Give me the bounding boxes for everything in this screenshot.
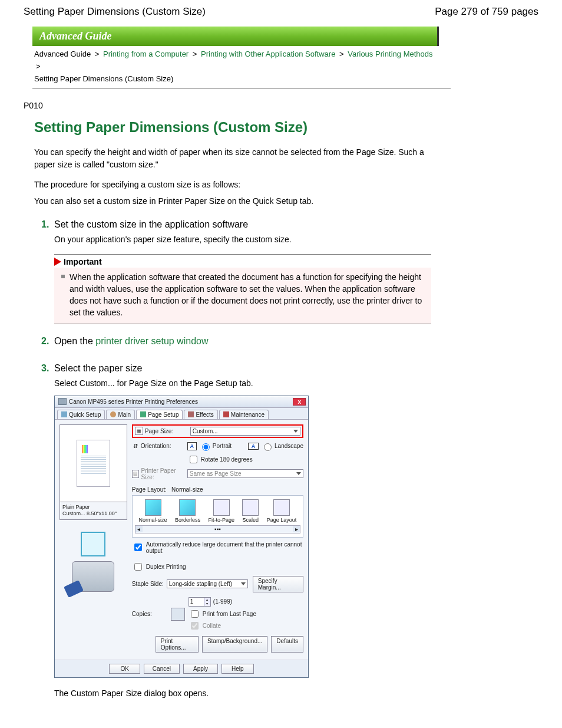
layout-scaled[interactable]: Scaled	[242, 499, 259, 523]
portrait-radio[interactable]: Portrait	[199, 442, 232, 451]
copies-icon	[171, 608, 185, 621]
breadcrumb-sep: >	[339, 50, 344, 58]
page-size-label: Page Size:	[145, 428, 173, 434]
layout-pagelayout[interactable]: Page Layout	[267, 499, 297, 523]
collate-checkbox	[191, 622, 199, 630]
breadcrumb-root: Advanced Guide	[34, 50, 91, 58]
preview-info: Plain Paper Custom... 8.50"x11.00"	[59, 502, 127, 520]
tab-label: Main	[118, 411, 131, 418]
bullet-icon	[61, 275, 65, 278]
page-size-value: Custom...	[193, 428, 218, 434]
breadcrumb-link-1[interactable]: Printing from a Computer	[103, 50, 189, 58]
printer-icon	[58, 398, 67, 405]
step-3-title: Select the paper size	[54, 363, 142, 374]
layout-label: Borderless	[175, 517, 200, 523]
breadcrumb-sep: >	[193, 50, 197, 58]
printer-paper-icon: ▤	[132, 470, 140, 478]
collate-label: Collate	[203, 622, 221, 629]
copies-value: 1	[189, 598, 204, 606]
tab-maintenance[interactable]: Maintenance	[219, 410, 269, 419]
spinner-down-icon[interactable]: ▾	[204, 602, 210, 606]
page-indicator: Page 279 of 759 pages	[435, 6, 538, 18]
scroll-left-icon[interactable]: ◂	[135, 526, 143, 532]
stamp-bg-button[interactable]: Stamp/Background...	[202, 636, 267, 653]
dialog-tabs: Quick Setup Main Page Setup Effects Main…	[55, 408, 308, 420]
close-button[interactable]: x	[293, 398, 306, 406]
landscape-radio[interactable]: Landscape	[261, 442, 303, 451]
landscape-icon: A	[248, 443, 259, 450]
important-heading: Important	[64, 257, 102, 266]
duplex-label: Duplex Printing	[146, 564, 186, 570]
chevron-down-icon	[293, 430, 298, 433]
guide-banner: Advanced Guide	[32, 27, 439, 46]
rotate-checkbox[interactable]	[190, 456, 197, 463]
tab-page-setup[interactable]: Page Setup	[136, 410, 183, 419]
print-options-button[interactable]: Print Options...	[156, 636, 199, 653]
preview-size: Custom... 8.50"x11.00"	[62, 510, 124, 518]
main-title: Setting Paper Dimensions (Custom Size)	[34, 119, 538, 136]
copies-range: (1-999)	[213, 598, 232, 605]
orientation-icon: ⇵	[132, 443, 139, 449]
tab-quick-setup[interactable]: Quick Setup	[57, 410, 105, 419]
layout-label: Scaled	[243, 517, 259, 523]
printer-paper-dropdown[interactable]: Same as Page Size	[187, 469, 303, 478]
dialog-title: Canon MP495 series Printer Printing Pref…	[69, 398, 198, 405]
duplex-checkbox[interactable]	[134, 563, 142, 571]
specify-margin-button[interactable]: Specify Margin...	[253, 576, 303, 592]
page-title-top: Setting Paper Dimensions (Custom Size)	[24, 6, 206, 18]
layout-scrollbar[interactable]: ◂▪▪▪▸	[135, 525, 300, 533]
step-1-number: 1.	[41, 219, 54, 230]
layout-label: Fit-to-Page	[208, 517, 234, 523]
important-text: When the application software that creat…	[70, 271, 428, 319]
effects-icon	[188, 411, 194, 417]
auto-reduce-checkbox[interactable]	[134, 543, 142, 551]
printer-paper-value: Same as Page Size	[190, 470, 242, 477]
defaults-button[interactable]: Defaults	[271, 636, 303, 653]
maintenance-icon	[223, 411, 229, 417]
tab-label: Maintenance	[231, 411, 265, 418]
layout-fit[interactable]: Fit-to-Page	[208, 499, 234, 523]
breadcrumb-sep: >	[36, 62, 41, 71]
step-3-number: 3.	[41, 363, 54, 374]
layout-normal[interactable]: Normal-size	[139, 499, 167, 523]
breadcrumb-link-2[interactable]: Printing with Other Application Software	[201, 50, 335, 58]
help-button[interactable]: Help	[222, 664, 254, 674]
breadcrumb-link-3[interactable]: Various Printing Methods	[348, 50, 432, 58]
code-id: P010	[24, 101, 538, 110]
chevron-down-icon	[241, 582, 246, 585]
cancel-button[interactable]: Cancel	[144, 664, 180, 674]
page-setup-icon	[140, 411, 146, 417]
page-layout-label: Page Layout:	[132, 486, 167, 493]
staple-value: Long-side stapling (Left)	[169, 581, 232, 587]
scroll-right-icon[interactable]: ▸	[293, 526, 300, 532]
tab-main[interactable]: Main	[106, 410, 135, 419]
page-size-dropdown[interactable]: Custom...	[190, 427, 300, 436]
layout-picker: Normal-size Borderless Fit-to-Page Scale…	[132, 495, 303, 538]
step-1-title: Set the custom size in the application s…	[54, 219, 248, 230]
page-layout-value: Normal-size	[171, 486, 203, 493]
rotate-label: Rotate 180 degrees	[201, 456, 253, 463]
print-last-label: Print from Last Page	[203, 611, 256, 617]
important-box: Important When the application software …	[54, 254, 431, 324]
quick-setup-icon	[61, 411, 67, 417]
print-last-checkbox[interactable]	[191, 610, 199, 618]
apply-button[interactable]: Apply	[183, 664, 218, 674]
page-size-highlight: ▦Page Size: Custom...	[132, 424, 303, 438]
step-2-number: 2.	[41, 336, 54, 347]
auto-reduce-label: Automatically reduce large document that…	[146, 541, 303, 554]
divider	[32, 88, 451, 89]
ok-button[interactable]: OK	[109, 664, 140, 674]
tab-effects[interactable]: Effects	[184, 410, 217, 419]
spinner-up-icon[interactable]: ▴	[204, 598, 210, 602]
layout-borderless[interactable]: Borderless	[175, 499, 200, 523]
intro-3: You can also set a custom size in Printe…	[34, 195, 435, 207]
tab-label: Quick Setup	[69, 411, 101, 418]
staple-dropdown[interactable]: Long-side stapling (Left)	[167, 579, 248, 588]
important-arrow-icon	[54, 258, 61, 266]
intro-2: The procedure for specifying a custom si…	[34, 179, 435, 190]
printer-driver-link[interactable]: printer driver setup window	[95, 336, 208, 346]
landscape-label: Landscape	[275, 443, 303, 449]
layout-label: Normal-size	[139, 517, 167, 523]
copies-spinner[interactable]: 1▴▾	[189, 597, 211, 607]
printer-paper-label: Printer Paper Size:	[141, 467, 184, 480]
